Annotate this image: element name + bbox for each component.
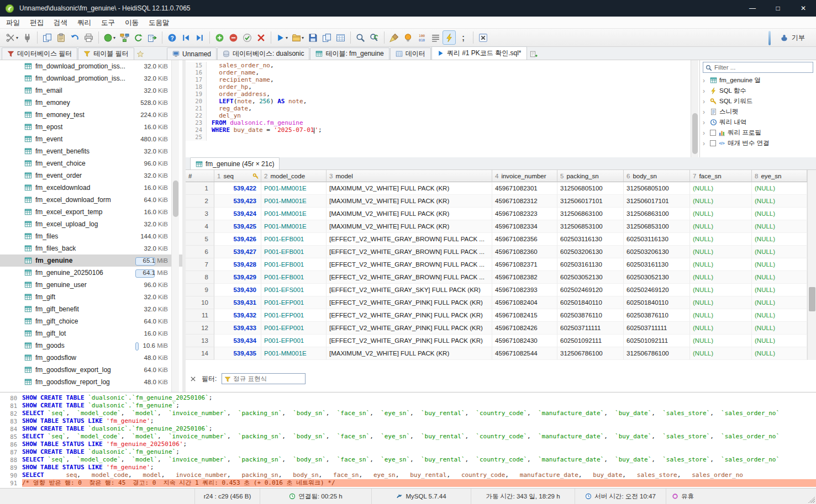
doc-tab-3[interactable]: 데이터 xyxy=(390,47,431,60)
cell-body_sn[interactable]: 602503052130 xyxy=(624,271,690,284)
print-button[interactable] xyxy=(82,30,95,45)
cell-eye_sn[interactable]: (NULL) xyxy=(752,246,807,258)
table-list-item[interactable]: fm_genuine_user96.0 KiB xyxy=(0,279,182,291)
last-record-button[interactable] xyxy=(193,30,206,45)
cell-face_sn[interactable]: (NULL) xyxy=(690,296,752,309)
cell-packing_sn[interactable]: 312506017101 xyxy=(557,195,624,208)
cell-packing_sn[interactable]: 312506786100 xyxy=(557,347,624,360)
table-list-item[interactable]: fm_event480.0 KiB xyxy=(0,133,182,145)
data-view-button[interactable] xyxy=(334,30,347,45)
table-list-item[interactable]: fm_event_benefits32.0 KiB xyxy=(0,145,182,157)
cell-eye_sn[interactable]: (NULL) xyxy=(752,335,807,347)
filter-tab-1[interactable]: 테이블 필터 xyxy=(78,47,134,60)
find-button[interactable] xyxy=(354,30,367,45)
table-list-item[interactable]: fm_goodsflow48.0 KiB xyxy=(0,352,182,364)
grid-filter-input[interactable] xyxy=(233,375,303,382)
cell-rownum[interactable]: 9 xyxy=(186,284,214,296)
binary-format-button[interactable]: 100010 xyxy=(415,30,428,45)
disconnect-button[interactable]: ▾ xyxy=(4,30,20,45)
helper-item-0[interactable]: ›fm_genuine 열 xyxy=(700,75,816,86)
cell-invoice_number[interactable]: 459671082323 xyxy=(492,208,557,220)
table-list-item[interactable]: fm_emoney_test224.0 KiB xyxy=(0,109,182,121)
cell-model[interactable]: [MAXIMUM_V2_WHITE] FULL PACK (KR) xyxy=(327,208,492,220)
cell-packing_sn[interactable]: 602503876110 xyxy=(557,309,624,322)
cell-rownum[interactable]: 14 xyxy=(186,347,214,360)
column-header-body_sn[interactable]: 6body_sn xyxy=(624,170,690,182)
helper-item-5[interactable]: ›쿼리 프로필 xyxy=(700,128,816,138)
connect-button[interactable] xyxy=(20,30,34,45)
cell-face_sn[interactable]: (NULL) xyxy=(690,347,752,360)
menu-item-5[interactable]: 이동 xyxy=(120,17,144,29)
cell-model[interactable]: [MAXIMUM_V2_WHITE] FULL PACK (KR) xyxy=(327,220,492,233)
cell-seq[interactable]: 539,432 xyxy=(214,309,261,322)
cell-model_code[interactable]: P001-EFB001 xyxy=(261,233,327,246)
reformat-sql-button[interactable] xyxy=(387,30,401,45)
cell-model_code[interactable]: P001-EFP001 xyxy=(261,296,327,309)
sql-editor[interactable]: 15 sales_order_no,16 order_name,17 recip… xyxy=(186,60,691,157)
table-list-item[interactable]: fm_download_promotion_iss...32.0 KiB xyxy=(0,60,182,72)
table-list-item[interactable]: fm_goods10.6 MiB xyxy=(0,339,182,352)
cell-packing_sn[interactable]: 602503206130 xyxy=(557,246,624,258)
cell-rownum[interactable]: 11 xyxy=(186,309,214,322)
cell-face_sn[interactable]: (NULL) xyxy=(690,335,752,347)
cell-model_code[interactable]: P001-MM001E xyxy=(261,347,327,360)
cell-body_sn[interactable]: 312506017101 xyxy=(624,195,690,208)
table-list-item[interactable]: fm_emoney528.0 KiB xyxy=(0,97,182,109)
cell-eye_sn[interactable]: (NULL) xyxy=(752,284,807,296)
menu-item-3[interactable]: 쿼리 xyxy=(72,17,96,29)
editor-line[interactable]: 23FROM dualsonic.fm_genuine xyxy=(186,119,691,126)
cell-invoice_number[interactable]: 459671082393 xyxy=(492,284,557,296)
editor-line[interactable]: 18 order_hp, xyxy=(186,83,691,91)
checkbox[interactable] xyxy=(710,140,716,146)
database-tools-button[interactable] xyxy=(118,30,131,45)
cell-model[interactable]: [EFFECT_V2_WHITE_GRAY_PINK] FULL PACK (K… xyxy=(327,322,492,335)
cell-rownum[interactable]: 10 xyxy=(186,296,214,309)
helper-item-4[interactable]: ›쿼리 내역 xyxy=(700,117,816,128)
highlight-bind-button[interactable] xyxy=(401,30,414,45)
open-file-button[interactable]: ▾ xyxy=(290,30,306,45)
cell-rownum[interactable]: 3 xyxy=(186,208,214,220)
undo-button[interactable] xyxy=(68,30,81,45)
cell-model_code[interactable]: P001-MM001E xyxy=(261,182,327,195)
resize-grip[interactable] xyxy=(808,496,815,503)
cell-rownum[interactable]: 7 xyxy=(186,258,214,271)
menu-item-0[interactable]: 파일 xyxy=(1,17,25,29)
cell-face_sn[interactable]: (NULL) xyxy=(690,182,752,195)
cell-rownum[interactable]: 8 xyxy=(186,271,214,284)
cell-model[interactable]: [EFFECT_V2_WHITE_GRAY_PINK] FULL PACK (K… xyxy=(327,296,492,309)
chevron-right-icon[interactable]: › xyxy=(703,129,708,137)
cell-seq[interactable]: 539,422 xyxy=(214,182,261,195)
table-list-item[interactable]: fm_gift_lot16.0 KiB xyxy=(0,327,182,339)
cell-face_sn[interactable]: (NULL) xyxy=(690,258,752,271)
editor-line[interactable]: 21 reg_date, xyxy=(186,105,691,112)
column-header-packing_sn[interactable]: 5packing_sn xyxy=(557,170,624,182)
cell-model[interactable]: [EFFECT_V2_WHITE_GRAY_BROWN] FULL PACK .… xyxy=(327,271,492,284)
cell-eye_sn[interactable]: (NULL) xyxy=(752,208,807,220)
cell-body_sn[interactable]: 312506863100 xyxy=(624,208,690,220)
doc-tab-0[interactable]: Unnamed xyxy=(167,47,217,60)
cell-body_sn[interactable]: 312506853100 xyxy=(624,220,690,233)
maximize-button[interactable]: □ xyxy=(765,0,791,17)
doc-tab-2[interactable]: 테이블: fm_genuine xyxy=(310,47,389,60)
table-list-item[interactable]: fm_excel_download_form64.0 KiB xyxy=(0,194,182,206)
cell-invoice_number[interactable]: 459671082404 xyxy=(492,296,557,309)
table-list-item[interactable]: fm_exceldownload16.0 KiB xyxy=(0,182,182,194)
cell-packing_sn[interactable]: 602501840110 xyxy=(557,296,624,309)
minimize-button[interactable]: — xyxy=(740,0,765,17)
cell-packing_sn[interactable]: 602502469120 xyxy=(557,284,624,296)
help-button[interactable]: ? xyxy=(165,30,178,45)
cell-model[interactable]: [MAXIMUM_V2_WHITE] FULL PACK (KR) xyxy=(327,347,492,360)
cell-packing_sn[interactable]: 312506853100 xyxy=(557,220,624,233)
table-list-item[interactable]: fm_event_choice96.0 KiB xyxy=(0,157,182,169)
close-query-tab-button[interactable] xyxy=(476,30,489,45)
grid-scrollbar[interactable] xyxy=(807,170,816,360)
cell-seq[interactable]: 539,433 xyxy=(214,322,261,335)
table-list-item[interactable]: fm_gift_benefit32.0 KiB xyxy=(0,303,182,315)
chevron-right-icon[interactable]: › xyxy=(703,87,708,95)
chevron-right-icon[interactable]: › xyxy=(703,119,708,126)
cell-face_sn[interactable]: (NULL) xyxy=(690,246,752,258)
chevron-right-icon[interactable]: › xyxy=(703,140,708,147)
table-list-item[interactable]: fm_gift_choice64.0 KiB xyxy=(0,315,182,327)
editor-line[interactable]: 15 sales_order_no, xyxy=(186,62,691,69)
cell-invoice_number[interactable]: 459671082334 xyxy=(492,220,557,233)
